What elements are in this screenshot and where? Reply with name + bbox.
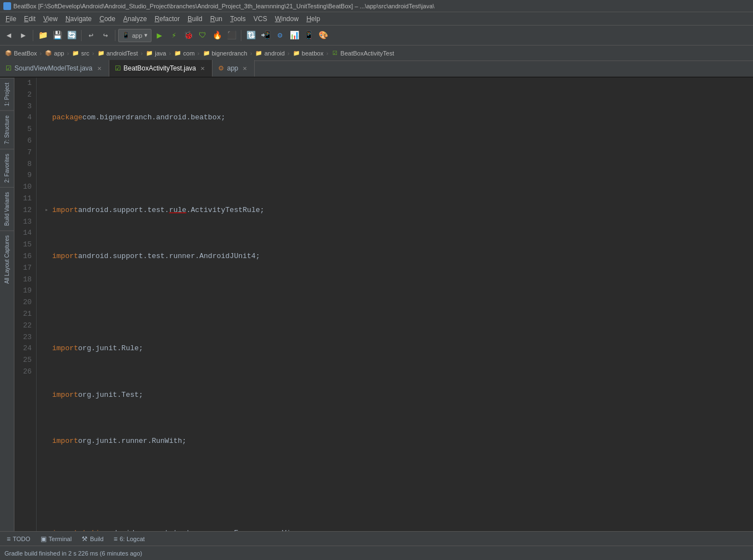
bc-beatbox[interactable]: 📦 BeatBox <box>2 48 39 58</box>
menu-file[interactable]: File <box>2 14 19 24</box>
bc-androidtest-icon: 📁 <box>97 49 105 57</box>
menu-build[interactable]: Build <box>184 14 206 24</box>
run-config-label: app <box>132 32 142 39</box>
tab-label-3: app <box>227 64 238 72</box>
save-button[interactable]: 💾 <box>50 29 64 42</box>
logcat-icon: ≡ <box>114 535 118 543</box>
bc-test-icon: ☑ <box>331 49 339 57</box>
open-file-button[interactable]: 📁 <box>36 29 49 42</box>
bottom-tab-terminal[interactable]: ▣ Terminal <box>36 532 77 546</box>
bc-bignerdranch[interactable]: 📁 bignerdranch <box>200 48 250 58</box>
tab-beatboxactivitytest[interactable]: ☑ BeatBoxActivityTest.java ✕ <box>109 60 213 77</box>
bc-java[interactable]: 📁 java <box>143 48 168 58</box>
code-line-2 <box>41 159 749 170</box>
menu-window[interactable]: Window <box>271 14 302 24</box>
bc-beatboxactivitytest[interactable]: ☑ BeatBoxActivityTest <box>329 48 397 58</box>
bc-beatbox-pkg-label: beatbox <box>302 50 324 57</box>
bc-androidtest[interactable]: 📁 androidTest <box>95 48 140 58</box>
menu-bar: File Edit View Navigate Code Analyze Ref… <box>0 12 753 26</box>
menu-analyze[interactable]: Analyze <box>120 14 150 24</box>
tab-soundviewmodeltest[interactable]: ☑ SoundViewModelTest.java ✕ <box>0 60 109 77</box>
tab-java-icon-2: ☑ <box>115 64 121 72</box>
undo-button[interactable]: ↩ <box>84 29 98 42</box>
side-tab-project[interactable]: 1: Project <box>0 78 14 110</box>
bc-app-label: app <box>54 50 64 57</box>
menu-refactor[interactable]: Refactor <box>151 14 183 24</box>
menu-navigate[interactable]: Navigate <box>62 14 95 24</box>
code-line-4: import android.support.test.runner.Andro… <box>41 251 749 263</box>
back-button[interactable]: ◀ <box>2 29 16 42</box>
forward-button[interactable]: ▶ <box>17 29 30 42</box>
left-side-panels: 1: Project 7: Structure 2: Favorites Bui… <box>0 78 14 531</box>
bottom-tab-logcat[interactable]: ≡ 6: Logcat <box>109 532 149 546</box>
run-config-dropdown[interactable]: 📱 app ▾ <box>118 29 151 42</box>
menu-code[interactable]: Code <box>96 14 119 24</box>
line-numbers: 1 2 3 4 5 6 7 8 9 10 11 12 13 14 15 16 1… <box>14 78 37 531</box>
menu-help[interactable]: Help <box>303 14 324 24</box>
profile-button[interactable]: 🔥 <box>210 29 224 42</box>
layout-inspector-button[interactable]: 📱 <box>302 29 315 42</box>
side-tab-structure[interactable]: 7: Structure <box>0 110 14 149</box>
tab-close-2[interactable]: ✕ <box>199 64 206 72</box>
tab-close-1[interactable]: ✕ <box>95 64 103 72</box>
title-bar: BeatBox [F:\SoftDevelop\Android\Android_… <box>0 0 753 12</box>
bc-java-icon: 📁 <box>145 49 153 57</box>
toolbar-separator-1 <box>33 30 33 41</box>
bottom-tab-todo[interactable]: ≡ TODO <box>2 532 35 546</box>
lightning-button[interactable]: ⚡ <box>167 29 180 42</box>
bc-src[interactable]: 📁 src <box>69 48 92 58</box>
todo-icon: ≡ <box>7 535 11 543</box>
bc-java-label: java <box>155 50 166 57</box>
title-text: BeatBox [F:\SoftDevelop\Android\Android_… <box>13 3 434 9</box>
code-content: 1 2 3 4 5 6 7 8 9 10 11 12 13 14 15 16 1… <box>14 78 753 531</box>
status-text: Gradle build finished in 2 s 226 ms (6 m… <box>4 550 142 557</box>
bottom-tab-build[interactable]: ⚒ Build <box>77 532 108 546</box>
tab-app[interactable]: ⚙ app ✕ <box>213 60 255 77</box>
build-icon: ⚒ <box>82 535 88 543</box>
menu-vcs[interactable]: VCS <box>250 14 271 24</box>
tab-close-3[interactable]: ✕ <box>241 64 249 72</box>
bc-android-label: android <box>264 50 285 57</box>
bc-com[interactable]: 📁 com <box>171 48 197 58</box>
avd-button[interactable]: 📲 <box>259 29 272 42</box>
bc-bignerdranch-label: bignerdranch <box>212 50 247 57</box>
bc-com-icon: 📁 <box>174 49 181 57</box>
run-button[interactable]: ▶ <box>153 29 166 42</box>
tabs-bar: ☑ SoundViewModelTest.java ✕ ☑ BeatBoxAct… <box>0 61 753 78</box>
menu-run[interactable]: Run <box>207 14 226 24</box>
redo-button[interactable]: ↪ <box>99 29 112 42</box>
run-config-android-icon: 📱 <box>122 32 130 39</box>
tab-label-2: BeatBoxActivityTest.java <box>124 64 196 72</box>
debug-button[interactable]: 🐞 <box>181 29 195 42</box>
bc-beatbox-pkg[interactable]: 📁 beatbox <box>290 48 326 58</box>
stop-button[interactable]: ⬛ <box>225 29 238 42</box>
side-tab-favorites[interactable]: 2: Favorites <box>0 149 14 187</box>
bc-android[interactable]: 📁 android <box>252 48 287 58</box>
tab-java-icon-1: ☑ <box>6 64 12 72</box>
side-tab-build-variants[interactable]: Build Variants <box>0 187 14 230</box>
device-monitor-button[interactable]: 📊 <box>287 29 301 42</box>
side-tab-layout-captures[interactable]: All Layout Captures <box>0 230 14 288</box>
terminal-icon: ▣ <box>41 535 47 543</box>
bc-app[interactable]: 📦 app <box>42 48 66 58</box>
status-bar: Gradle build finished in 2 s 226 ms (6 m… <box>0 546 753 560</box>
menu-tools[interactable]: Tools <box>227 14 249 24</box>
sync-button[interactable]: 🔄 <box>65 29 78 42</box>
bc-module-icon: 📦 <box>4 49 12 57</box>
code-line-9 <box>41 482 749 493</box>
todo-label: TODO <box>13 536 31 542</box>
menu-edit[interactable]: Edit <box>21 14 39 24</box>
app-icon <box>3 2 11 10</box>
code-line-3: ▸import android.support.test.rule.Activi… <box>41 205 749 216</box>
menu-view[interactable]: View <box>40 14 61 24</box>
toolbar: ◀ ▶ 📁 💾 🔄 ↩ ↪ 📱 app ▾ ▶ ⚡ 🐞 🛡 🔥 ⬛ 🔃 📲 ⚙ … <box>0 26 753 46</box>
coverage-button[interactable]: 🛡 <box>196 29 209 42</box>
bc-app-icon: 📦 <box>44 49 52 57</box>
tab-label-1: SoundViewModelTest.java <box>14 64 93 72</box>
sdk-button[interactable]: ⚙ <box>273 29 286 42</box>
gradle-sync-button[interactable]: 🔃 <box>244 29 257 42</box>
main-layout: 1: Project 7: Structure 2: Favorites Bui… <box>0 78 753 531</box>
theme-editor-button[interactable]: 🎨 <box>316 29 330 42</box>
code-line-8: import org.junit.runner.RunWith; <box>41 436 749 447</box>
fold-icon-3[interactable]: ▸ <box>45 206 48 215</box>
